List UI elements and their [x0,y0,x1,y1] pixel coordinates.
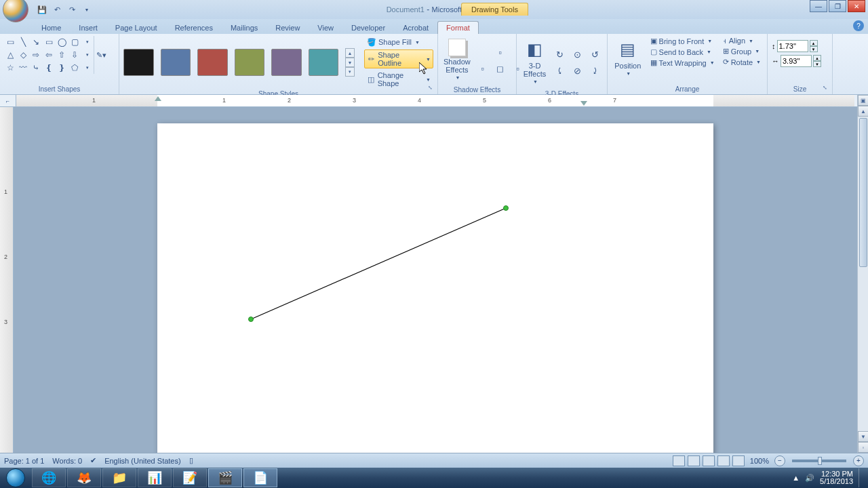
bring-to-front-button[interactable]: ▣Bring to Front▼ [648,36,717,46]
shape-darrow-icon[interactable]: ⇩ [68,49,81,61]
shadow-up-icon[interactable]: ▫ [492,45,509,60]
text-wrapping-button[interactable]: ▦Text Wrapping▼ [648,58,717,68]
horizontal-ruler[interactable]: ⌐ 1 1 2 3 4 5 6 7 [0,95,868,107]
shape-arrow-icon[interactable]: ↘ [30,36,42,48]
height-input[interactable] [777,40,808,52]
shadow-toggle-icon[interactable]: ◻ [492,61,509,76]
minimize-button[interactable]: — [810,0,827,12]
tab-review[interactable]: Review [267,21,309,34]
taskbar-word[interactable]: 📄 [243,468,277,487]
macro-indicator[interactable]: ▯ [189,456,193,465]
redo-icon[interactable]: ↷ [65,3,79,16]
document-page[interactable] [157,123,713,453]
taskbar-notepad[interactable]: 📝 [173,468,207,487]
styles-scroll-down[interactable]: ▼ [345,58,355,67]
zoom-in[interactable]: + [853,455,864,466]
vertical-ruler[interactable]: 1 2 3 [0,107,14,453]
style-swatch-1[interactable] [123,49,154,76]
tab-references[interactable]: References [166,21,222,34]
align-button[interactable]: ⫞Align▼ [721,36,763,45]
shape-more3-icon[interactable]: ▾ [81,62,94,74]
width-input[interactable] [781,55,812,67]
tab-selector[interactable]: ⌐ [0,95,16,107]
shape-larrow-icon[interactable]: ⇦ [43,49,55,61]
start-button[interactable] [0,468,31,488]
taskbar-explorer[interactable]: 📁 [102,468,136,487]
shape-roundrect-icon[interactable]: ▢ [68,36,81,48]
group-button[interactable]: ⊞Group▼ [721,46,763,56]
word-count[interactable]: Words: 0 [52,457,82,465]
undo-icon[interactable]: ↶ [50,3,64,16]
ruler-toggle[interactable]: ▣ [858,95,868,106]
size-launcher[interactable]: ⤡ [823,85,831,93]
height-down[interactable]: ▼ [810,46,818,52]
shape-handle-start[interactable] [248,317,254,322]
shadow-effects-button[interactable]: Shadow Effects▼ [442,36,472,85]
shape-outline-button[interactable]: ✏ Shape Outline▼ [364,49,433,68]
tray-flag-icon[interactable]: ▲ [792,474,800,482]
zoom-slider[interactable] [792,460,846,462]
prev-page[interactable]: ◦ [858,442,868,453]
close-button[interactable]: ✕ [848,0,865,12]
shape-more1-icon[interactable]: ▾ [81,36,94,48]
shape-line-icon[interactable]: ╲ [17,36,29,48]
position-button[interactable]: ▤ Position▼ [612,36,644,81]
width-up[interactable]: ▲ [813,55,821,61]
line-shape[interactable] [157,123,713,453]
tilt-r2-icon[interactable]: ⤸ [587,63,603,78]
help-button[interactable]: ? [853,20,864,31]
tilt-left-icon[interactable]: ⤹ [551,63,568,78]
tab-developer[interactable]: Developer [342,21,394,34]
styles-more[interactable]: ▾ [345,67,355,77]
shape-rhombus-icon[interactable]: ◇ [17,49,29,61]
tilt-down-icon[interactable]: ⊘ [569,63,585,78]
tab-acrobat[interactable]: Acrobat [394,21,437,34]
style-swatch-4[interactable] [235,49,265,76]
style-swatch-2[interactable] [161,49,191,76]
show-desktop[interactable] [859,468,864,487]
zoom-level[interactable]: 100% [750,457,769,465]
styles-scroll-up[interactable]: ▲ [345,48,355,58]
taskbar-mediaplayer[interactable]: 🎬 [208,468,242,487]
save-icon[interactable]: 💾 [35,3,49,16]
right-indent-marker[interactable] [580,101,587,106]
send-to-back-button[interactable]: ▢Send to Back▼ [648,47,717,57]
view-web[interactable] [703,455,715,466]
page-indicator[interactable]: Page: 1 of 1 [4,457,44,465]
left-indent-marker[interactable] [155,96,161,101]
view-outline[interactable] [717,455,730,466]
shape-triangle-icon[interactable]: △ [4,49,16,61]
shape-curve-icon[interactable]: 〰 [17,62,29,74]
vertical-scrollbar[interactable]: ▣ ▲ ▼ ◦ [857,95,868,453]
tab-mailings[interactable]: Mailings [222,21,267,34]
shape-styles-launcher[interactable]: ⤡ [428,85,436,93]
edit-shape-button[interactable]: ✎▾ [94,36,108,74]
tab-home[interactable]: Home [33,21,70,34]
scroll-thumb[interactable] [859,118,867,267]
scroll-up[interactable]: ▲ [858,106,868,117]
shape-more2-icon[interactable]: ▾ [81,49,94,61]
qat-customize-icon[interactable]: ▼ [80,3,94,16]
language-indicator[interactable]: English (United States) [104,457,181,465]
shadow-left-icon[interactable]: ▫ [475,61,491,76]
tilt-center-icon[interactable]: ⊙ [569,47,585,62]
tab-view[interactable]: View [309,21,342,34]
tab-insert[interactable]: Insert [70,21,106,34]
shape-textbox-icon[interactable]: ▭ [4,36,16,48]
shape-connector-icon[interactable]: ⤷ [30,62,42,74]
tray-network-icon[interactable]: 🔊 [805,474,814,483]
scroll-down[interactable]: ▼ [858,431,868,442]
tab-format[interactable]: Format [437,21,479,34]
shape-star-icon[interactable]: ☆ [4,62,16,74]
tab-page-layout[interactable]: Page Layout [106,21,166,34]
shape-oval-icon[interactable]: ◯ [56,36,68,48]
view-draft[interactable] [732,455,745,466]
width-down[interactable]: ▼ [813,61,821,67]
tray-clock[interactable]: 12:30 PM 5/18/2013 [820,470,853,485]
view-full-screen[interactable] [688,455,700,466]
shape-brace-icon[interactable]: ❴ [43,62,55,74]
taskbar-excel[interactable]: 📊 [138,468,172,487]
style-swatch-3[interactable] [197,49,228,76]
style-swatch-6[interactable] [309,49,339,76]
style-swatch-5[interactable] [271,49,302,76]
